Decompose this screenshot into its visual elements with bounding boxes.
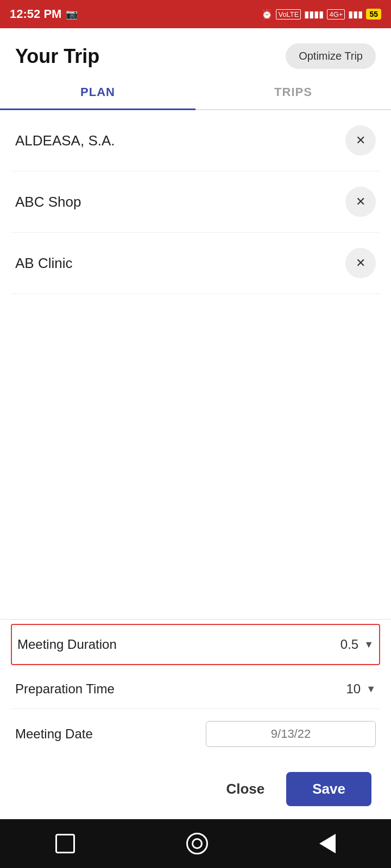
tab-bar: PLAN TRIPS xyxy=(0,75,391,110)
chevron-down-icon: ▼ xyxy=(366,684,376,695)
status-time: 12:52 PM xyxy=(10,7,61,21)
trip-item-name: ABC Shop xyxy=(15,194,81,210)
signal-icon: ▮▮▮▮ xyxy=(304,9,324,20)
meeting-date-label: Meeting Date xyxy=(15,726,93,742)
status-bar: 12:52 PM 📷 ⏰ VoLTE ▮▮▮▮ 4G+ ▮▮▮ 55 xyxy=(0,0,391,28)
chevron-down-icon: ▼ xyxy=(364,639,374,650)
status-icons: ⏰ VoLTE ▮▮▮▮ 4G+ ▮▮▮ 55 xyxy=(261,9,381,20)
battery-level: 55 xyxy=(369,10,378,18)
tab-plan[interactable]: PLAN xyxy=(0,75,195,109)
volte-icon: VoLTE xyxy=(276,9,301,20)
remove-item-0-button[interactable]: ✕ xyxy=(345,125,376,156)
action-row: Close Save xyxy=(11,759,380,819)
phone-frame: 12:52 PM 📷 ⏰ VoLTE ▮▮▮▮ 4G+ ▮▮▮ 55 Your … xyxy=(0,0,391,868)
sim-icon: 📷 xyxy=(66,8,78,20)
preparation-time-value: 10 xyxy=(346,681,361,697)
tab-trips[interactable]: TRIPS xyxy=(195,75,391,109)
list-item: ABC Shop ✕ xyxy=(11,171,380,233)
meeting-date-row: Meeting Date xyxy=(11,709,380,759)
app-content: Your Trip Optimize Trip PLAN TRIPS ALDEA… xyxy=(0,28,391,819)
volte2-icon: 4G+ xyxy=(327,9,345,20)
preparation-time-label: Preparation Time xyxy=(15,681,115,697)
trip-item-name: AB Clinic xyxy=(15,255,72,272)
save-button[interactable]: Save xyxy=(286,772,371,806)
close-icon: ✕ xyxy=(356,256,365,270)
back-circle-icon[interactable] xyxy=(186,833,208,854)
nav-bar xyxy=(0,819,391,868)
list-item: AB Clinic ✕ xyxy=(11,233,380,294)
home-icon[interactable] xyxy=(55,834,75,853)
meeting-duration-row: Meeting Duration 0.5 ▼ xyxy=(11,624,380,665)
optimize-trip-button[interactable]: Optimize Trip xyxy=(286,43,376,69)
meeting-duration-label: Meeting Duration xyxy=(17,637,117,652)
signal2-icon: ▮▮▮ xyxy=(348,9,363,20)
trip-list: ALDEASA, S.A. ✕ ABC Shop ✕ AB Clinic ✕ xyxy=(0,110,391,619)
list-item: ALDEASA, S.A. ✕ xyxy=(11,110,380,171)
remove-item-2-button[interactable]: ✕ xyxy=(345,248,376,278)
page-title: Your Trip xyxy=(15,45,99,68)
status-time-group: 12:52 PM 📷 xyxy=(10,7,78,21)
trip-item-name: ALDEASA, S.A. xyxy=(15,132,115,149)
app-header: Your Trip Optimize Trip xyxy=(0,28,391,75)
close-icon: ✕ xyxy=(356,195,365,209)
close-icon: ✕ xyxy=(356,133,365,148)
battery-indicator: 55 xyxy=(366,9,381,20)
bottom-section: Meeting Duration 0.5 ▼ Preparation Time … xyxy=(0,619,391,819)
close-button[interactable]: Close xyxy=(215,774,275,804)
meeting-duration-control[interactable]: 0.5 ▼ xyxy=(340,637,374,652)
back-arrow-icon[interactable] xyxy=(319,834,336,853)
remove-item-1-button[interactable]: ✕ xyxy=(345,187,376,217)
meeting-duration-value: 0.5 xyxy=(340,637,358,652)
preparation-time-control[interactable]: 10 ▼ xyxy=(346,681,376,697)
preparation-time-row: Preparation Time 10 ▼ xyxy=(11,669,380,709)
meeting-date-input[interactable] xyxy=(206,721,376,747)
alarm-icon: ⏰ xyxy=(261,9,273,20)
